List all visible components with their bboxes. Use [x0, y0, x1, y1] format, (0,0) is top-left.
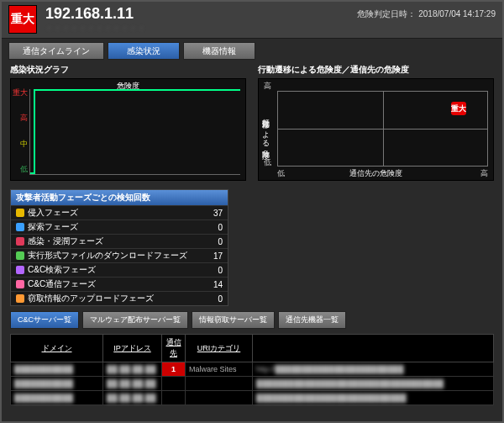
severity-badge: 重大: [8, 5, 37, 34]
host-block: 192.168.1.11 ・・・・・・・・・・・・: [45, 5, 146, 34]
quadrant-point-critical[interactable]: 重大: [451, 102, 466, 115]
y-tick-mid: 中: [11, 139, 28, 150]
tab-timeline[interactable]: 通信タイムライン: [8, 42, 104, 60]
detection-row[interactable]: C&C検索フェーズ0: [11, 262, 228, 277]
infection-graph-panel: 感染状況グラフ 危険度 重大 高 中 低: [10, 63, 246, 181]
cell-ip: ██.██.██.██: [103, 362, 162, 377]
cell-category: [186, 377, 253, 391]
y-lo: 低: [264, 157, 271, 168]
y-tick-low: 低: [11, 164, 28, 175]
phase-label: 侵入フェーズ: [28, 207, 78, 219]
col-category[interactable]: URIカテゴリ: [186, 335, 253, 362]
phase-count: 0: [202, 223, 223, 232]
ip-address: 192.168.1.11: [45, 5, 146, 23]
risk-y-axis: 重大 高 中 低: [11, 87, 29, 175]
phase-count: 0: [202, 266, 223, 275]
phase-label: 窃取情報のアップロードフェーズ: [28, 293, 154, 304]
quadrant-panel: 行動遷移による危険度／通信先の危険度 高 低 高 低 行動遷移による危険度 通信…: [258, 63, 494, 181]
phase-icon: [16, 266, 24, 274]
detection-row[interactable]: 実行形式ファイルのダウンロードフェーズ17: [11, 248, 228, 262]
y-hi: 高: [264, 81, 271, 92]
bottom-tabbar: C&Cサーバー覧 マルウェア配布サーバー覧 情報窃取サーバー覧 通信先機器一覧: [2, 308, 502, 330]
detection-row[interactable]: 窃取情報のアップロードフェーズ0: [11, 291, 228, 305]
quadrant-grid: 重大: [277, 91, 488, 167]
phase-count: 17: [202, 251, 223, 261]
header: 重大 192.168.1.11 ・・・・・・・・・・・・ 危険判定日時： 201…: [2, 2, 502, 39]
cell-category: Malware Sites: [186, 362, 253, 377]
tab-device[interactable]: 機器情報: [183, 42, 255, 60]
x-hi: 高: [480, 168, 488, 179]
detection-panel-title: 攻撃者活動フェーズごとの検知回数: [11, 190, 228, 205]
phase-label: C&C通信フェーズ: [28, 278, 96, 290]
detection-row[interactable]: 侵入フェーズ37: [11, 205, 228, 219]
col-url[interactable]: [253, 335, 494, 362]
col-domain[interactable]: ドメイン: [11, 335, 103, 362]
tab-cc-servers[interactable]: C&Cサーバー覧: [10, 311, 79, 329]
cell-domain: ███████████: [11, 391, 103, 405]
phase-count: 14: [202, 280, 223, 289]
infection-graph-title: 感染状況グラフ: [10, 63, 246, 78]
cell-domain: ███████████: [11, 362, 103, 377]
detection-counts-panel: 攻撃者活動フェーズごとの検知回数 侵入フェーズ37探索フェーズ0感染・浸潤フェー…: [10, 189, 228, 306]
cell-domain: ███████████: [11, 377, 103, 391]
cell-category: [186, 391, 253, 405]
cc-server-table: ドメイン IPアドレス 通信先 URIカテゴリ █████████████.██…: [10, 334, 494, 405]
phase-label: C&C検索フェーズ: [28, 264, 96, 276]
line-plot-area: [29, 89, 240, 175]
table-header-row: ドメイン IPアドレス 通信先 URIカテゴリ: [11, 335, 494, 362]
detection-row[interactable]: C&C通信フェーズ14: [11, 277, 228, 291]
quadrant-chart: 高 低 高 低 行動遷移による危険度 通信先の危険度 重大: [258, 78, 494, 181]
judged-label: 危険判定日時：: [357, 9, 416, 19]
phase-icon: [16, 209, 24, 217]
phase-icon: [16, 237, 24, 246]
phase-label: 探索フェーズ: [28, 221, 78, 233]
quadrant-ylabel: 行動遷移による危険度: [260, 113, 271, 146]
quadrant-xlabel: 通信先の危険度: [349, 168, 402, 179]
phase-icon: [16, 251, 24, 260]
phase-count: 37: [202, 209, 223, 218]
table-row[interactable]: █████████████.██.██.████████████████████…: [11, 391, 494, 405]
tab-infection[interactable]: 感染状況: [108, 42, 180, 60]
detection-row[interactable]: 感染・浸潤フェーズ0: [11, 234, 228, 248]
top-tabbar: 通信タイムライン 感染状況 機器情報: [2, 39, 502, 61]
phase-label: 実行形式ファイルのダウンロードフェーズ: [28, 250, 187, 262]
tab-info-servers[interactable]: 情報窃取サーバー覧: [192, 311, 275, 329]
cell-url: ███████████████████████████████████: [253, 377, 494, 391]
ip-subtext: ・・・・・・・・・・・・: [45, 24, 146, 34]
phase-count: 0: [202, 237, 223, 246]
phase-count: 0: [202, 294, 223, 304]
judged-value: 2018/07/04 14:17:29: [418, 9, 496, 19]
judged-time: 危険判定日時： 2018/07/04 14:17:29: [357, 5, 496, 20]
cell-alert: [162, 377, 186, 391]
infection-line-chart: 危険度 重大 高 中 低: [10, 78, 246, 181]
cell-ip: ██.██.██.██: [103, 391, 162, 405]
phase-icon: [16, 223, 24, 231]
phase-icon: [16, 280, 24, 288]
cell-alert: 1: [162, 362, 186, 377]
phase-icon: [16, 294, 24, 303]
col-dest[interactable]: 通信先: [162, 335, 186, 362]
y-tick-critical: 重大: [11, 87, 28, 98]
x-lo: 低: [277, 168, 285, 179]
table-row[interactable]: █████████████.██.██.████████████████████…: [11, 377, 494, 391]
charts-row: 感染状況グラフ 危険度 重大 高 中 低 行動遷移による危険度／通信先の危険度 …: [2, 61, 502, 186]
cell-url: http://████████████████████████: [253, 362, 494, 377]
table-row[interactable]: █████████████.██.██.██1Malware Siteshttp…: [11, 362, 494, 377]
detection-row[interactable]: 探索フェーズ0: [11, 219, 228, 234]
cell-url: ████████████████████████████: [253, 391, 494, 405]
tab-dest-devices[interactable]: 通信先機器一覧: [278, 311, 346, 329]
tab-malware-servers[interactable]: マルウェア配布サーバー覧: [82, 311, 188, 329]
col-ip[interactable]: IPアドレス: [103, 335, 162, 362]
cell-ip: ██.██.██.██: [103, 377, 162, 391]
phase-label: 感染・浸潤フェーズ: [28, 235, 103, 247]
quadrant-title: 行動遷移による危険度／通信先の危険度: [258, 63, 494, 78]
y-tick-high: 高: [11, 113, 28, 124]
cell-alert: [162, 391, 186, 405]
